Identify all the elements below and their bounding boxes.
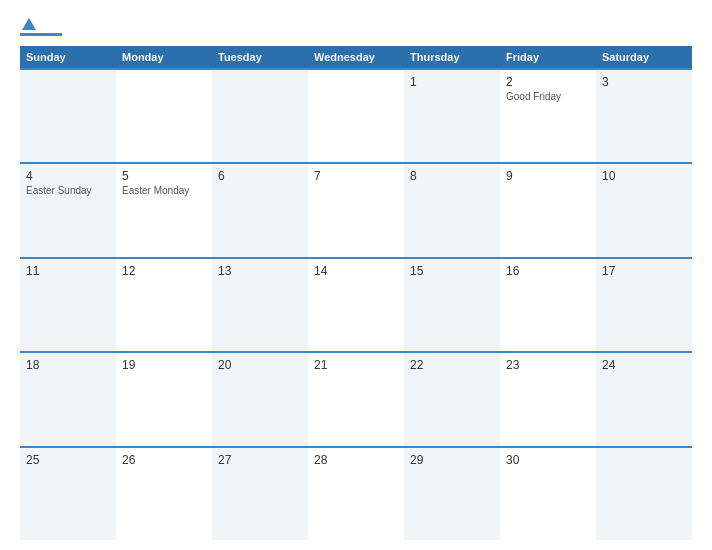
logo [20, 18, 64, 36]
calendar-cell: 26 [116, 448, 212, 540]
day-number: 21 [314, 358, 398, 372]
calendar-cell: 8 [404, 164, 500, 256]
day-number: 13 [218, 264, 302, 278]
day-number: 15 [410, 264, 494, 278]
day-event: Easter Sunday [26, 185, 110, 196]
calendar-cell: 21 [308, 353, 404, 445]
calendar-cell: 2Good Friday [500, 70, 596, 162]
calendar-cell: 30 [500, 448, 596, 540]
day-number: 8 [410, 169, 494, 183]
calendar-cell: 3 [596, 70, 692, 162]
calendar-week-5: 252627282930 [20, 446, 692, 540]
day-number: 20 [218, 358, 302, 372]
day-number: 29 [410, 453, 494, 467]
day-number: 6 [218, 169, 302, 183]
calendar-cell: 27 [212, 448, 308, 540]
header-cell-friday: Friday [500, 46, 596, 68]
day-number: 27 [218, 453, 302, 467]
header-cell-wednesday: Wednesday [308, 46, 404, 68]
day-number: 3 [602, 75, 686, 89]
day-number: 7 [314, 169, 398, 183]
calendar-cell: 13 [212, 259, 308, 351]
calendar-cell [212, 70, 308, 162]
calendar-cell: 11 [20, 259, 116, 351]
header-cell-monday: Monday [116, 46, 212, 68]
day-number: 19 [122, 358, 206, 372]
calendar-cell: 29 [404, 448, 500, 540]
calendar-cell: 16 [500, 259, 596, 351]
header-cell-thursday: Thursday [404, 46, 500, 68]
day-number: 25 [26, 453, 110, 467]
page-header [20, 18, 692, 36]
calendar-body: 12Good Friday34Easter Sunday5Easter Mond… [20, 68, 692, 540]
day-number: 23 [506, 358, 590, 372]
calendar-cell: 10 [596, 164, 692, 256]
calendar-cell: 5Easter Monday [116, 164, 212, 256]
day-number: 9 [506, 169, 590, 183]
calendar-cell: 15 [404, 259, 500, 351]
calendar-week-1: 12Good Friday3 [20, 68, 692, 162]
day-number: 5 [122, 169, 206, 183]
calendar-cell: 6 [212, 164, 308, 256]
calendar-week-2: 4Easter Sunday5Easter Monday678910 [20, 162, 692, 256]
calendar-cell [308, 70, 404, 162]
day-number: 28 [314, 453, 398, 467]
logo-underline [20, 33, 62, 36]
calendar-cell: 14 [308, 259, 404, 351]
calendar-cell: 9 [500, 164, 596, 256]
calendar-cell: 1 [404, 70, 500, 162]
calendar-cell: 25 [20, 448, 116, 540]
day-number: 22 [410, 358, 494, 372]
calendar-cell: 18 [20, 353, 116, 445]
header-cell-tuesday: Tuesday [212, 46, 308, 68]
calendar-cell: 24 [596, 353, 692, 445]
calendar-cell: 12 [116, 259, 212, 351]
day-number: 2 [506, 75, 590, 89]
header-cell-sunday: Sunday [20, 46, 116, 68]
calendar-week-3: 11121314151617 [20, 257, 692, 351]
calendar-cell: 22 [404, 353, 500, 445]
day-number: 26 [122, 453, 206, 467]
calendar-cell: 20 [212, 353, 308, 445]
logo-triangle-icon [22, 18, 36, 30]
day-number: 16 [506, 264, 590, 278]
day-number: 11 [26, 264, 110, 278]
day-number: 30 [506, 453, 590, 467]
calendar-cell: 4Easter Sunday [20, 164, 116, 256]
calendar-cell: 17 [596, 259, 692, 351]
calendar-header-row: SundayMondayTuesdayWednesdayThursdayFrid… [20, 46, 692, 68]
day-number: 1 [410, 75, 494, 89]
day-number: 24 [602, 358, 686, 372]
day-number: 18 [26, 358, 110, 372]
calendar-grid: SundayMondayTuesdayWednesdayThursdayFrid… [20, 46, 692, 540]
calendar-cell: 28 [308, 448, 404, 540]
calendar-cell: 7 [308, 164, 404, 256]
day-number: 4 [26, 169, 110, 183]
calendar-cell [596, 448, 692, 540]
calendar-page: SundayMondayTuesdayWednesdayThursdayFrid… [0, 0, 712, 550]
day-number: 14 [314, 264, 398, 278]
day-event: Good Friday [506, 91, 590, 102]
calendar-cell [116, 70, 212, 162]
day-event: Easter Monday [122, 185, 206, 196]
calendar-week-4: 18192021222324 [20, 351, 692, 445]
day-number: 10 [602, 169, 686, 183]
day-number: 12 [122, 264, 206, 278]
header-cell-saturday: Saturday [596, 46, 692, 68]
day-number: 17 [602, 264, 686, 278]
calendar-cell [20, 70, 116, 162]
calendar-cell: 23 [500, 353, 596, 445]
calendar-cell: 19 [116, 353, 212, 445]
logo-text [20, 18, 64, 36]
